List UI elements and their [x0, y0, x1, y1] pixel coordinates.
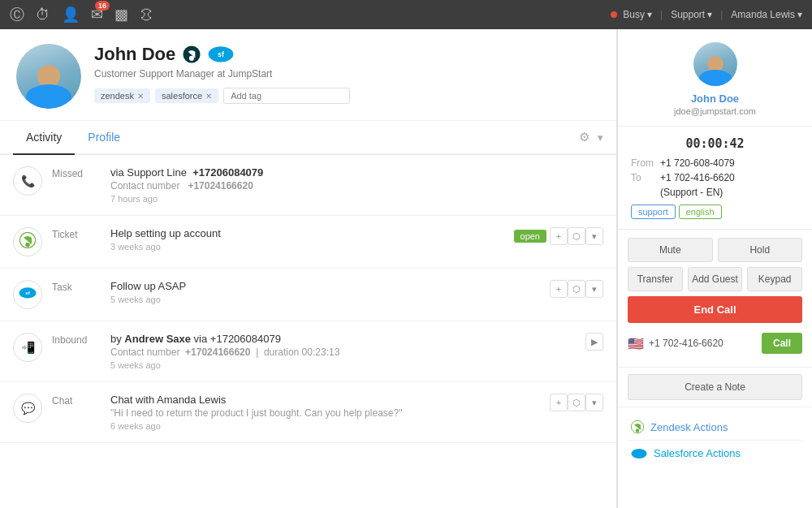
- chevron-action-btn[interactable]: ▾: [585, 394, 603, 411]
- mail-badge: 16: [95, 1, 110, 11]
- profile-name: John Doe: [94, 44, 175, 65]
- add-tag-input[interactable]: [223, 88, 350, 104]
- tag-zendesk-remove[interactable]: ✕: [137, 92, 144, 101]
- activity-actions: + ⬡ ▾: [550, 394, 603, 411]
- mail-icon[interactable]: ✉ 16: [91, 6, 103, 24]
- list-item: 💬 Chat Chat with Amanda Lewis "Hi I need…: [0, 382, 616, 443]
- zendesk-actions-item[interactable]: Zendesk Actions: [628, 414, 802, 441]
- zendesk-crm-icon[interactable]: [182, 45, 201, 64]
- tag-salesforce-label: salesforce: [162, 91, 202, 101]
- tag-zendesk-label: zendesk: [101, 91, 134, 101]
- activity-content: via Support Line +17206084079 Contact nu…: [110, 166, 603, 204]
- svg-point-5: [25, 243, 30, 248]
- keypad-button[interactable]: Keypad: [747, 267, 802, 291]
- activity-time: 6 weeks ago: [110, 421, 540, 431]
- activity-inbound-icon: 📲: [13, 333, 42, 362]
- list-item: 📞 Missed via Support Line +17206084079 C…: [0, 155, 616, 216]
- call-tag-support: support: [631, 204, 676, 219]
- action-buttons: + ⬡ ▾: [550, 280, 603, 298]
- add-action-btn[interactable]: +: [550, 280, 568, 298]
- call-number-row: 🇺🇸 +1 702-416-6620 Call: [628, 328, 802, 359]
- activity-time: 5 weeks ago: [110, 360, 576, 370]
- salesforce-logo-icon: sf: [208, 45, 234, 63]
- activity-actions: open + ⬡ ▾: [514, 227, 603, 245]
- svg-text:sf: sf: [218, 50, 224, 58]
- location-icon[interactable]: ⛻: [140, 6, 154, 24]
- profile-info: John Doe sf C: [94, 44, 600, 104]
- chevron-down-icon[interactable]: ▾: [598, 131, 603, 144]
- activity-type-label: Task: [52, 280, 101, 293]
- activity-list: 📞 Missed via Support Line +17206084079 C…: [0, 155, 616, 443]
- list-item: Ticket Help setting up account 3 weeks a…: [0, 216, 616, 269]
- ticket-icon: [19, 232, 36, 252]
- arrow-action-btn[interactable]: ▶: [585, 333, 603, 351]
- tab-activity[interactable]: Activity: [13, 121, 75, 155]
- tag-salesforce-remove[interactable]: ✕: [205, 92, 212, 101]
- mute-button[interactable]: Mute: [628, 238, 713, 262]
- home-icon[interactable]: Ⓒ: [10, 5, 24, 24]
- user-label: Amanda Lewis: [731, 9, 795, 20]
- activity-time: 7 hours ago: [110, 194, 603, 204]
- right-actions: Create a Note: [618, 368, 812, 407]
- link-action-btn[interactable]: ⬡: [568, 394, 585, 411]
- tabs-left: Activity Profile: [13, 121, 133, 153]
- profile-header: John Doe sf C: [0, 29, 616, 121]
- salesforce-actions-icon: [631, 448, 647, 459]
- tags-row: zendesk ✕ salesforce ✕: [94, 88, 600, 104]
- tab-profile[interactable]: Profile: [75, 121, 133, 155]
- chevron-action-btn[interactable]: ▾: [585, 227, 603, 245]
- status-label: Busy: [623, 9, 645, 20]
- phone-inbound-icon: 📲: [21, 341, 35, 354]
- salesforce-cloud-icon: sf: [19, 286, 37, 300]
- call-from-row: From +1 720-608-4079: [631, 157, 799, 169]
- avatar-body: [26, 84, 71, 109]
- add-action-btn[interactable]: +: [550, 227, 568, 245]
- activity-content: Help setting up account 3 weeks ago: [110, 227, 504, 252]
- status-dropdown[interactable]: Busy ▾: [611, 9, 652, 20]
- svg-point-9: [636, 428, 639, 432]
- right-profile: John Doe jdoe@jumpstart.com: [618, 29, 812, 127]
- call-tags: support english: [631, 204, 799, 219]
- end-call-button[interactable]: End Call: [628, 296, 802, 323]
- activity-type-label: Ticket: [52, 227, 101, 240]
- create-note-button[interactable]: Create a Note: [628, 374, 802, 400]
- crm-actions: Zendesk Actions Salesforce Actions: [618, 407, 812, 472]
- link-action-btn[interactable]: ⬡: [568, 280, 585, 298]
- settings-icon[interactable]: ⚙: [579, 130, 590, 144]
- activity-content: by Andrew Saxe via +17206084079 Contact …: [110, 333, 576, 370]
- salesforce-crm-icon[interactable]: sf: [208, 45, 234, 63]
- hold-button[interactable]: Hold: [718, 238, 803, 262]
- clock-icon[interactable]: ⏱: [36, 6, 50, 24]
- activity-missed-icon: 📞: [13, 166, 42, 196]
- activity-title: by Andrew Saxe via +17206084079: [110, 333, 576, 345]
- user-dropdown[interactable]: Amanda Lewis ▾: [731, 9, 802, 20]
- chevron-action-btn[interactable]: ▾: [585, 280, 603, 298]
- btn-row-1: Mute Hold: [628, 238, 802, 262]
- left-panel: John Doe sf C: [0, 29, 617, 508]
- right-profile-email: jdoe@jumpstart.com: [674, 106, 756, 116]
- from-label: From: [631, 157, 660, 169]
- salesforce-actions-item[interactable]: Salesforce Actions: [628, 441, 802, 466]
- action-buttons: + ⬡ ▾: [550, 227, 603, 245]
- action-buttons: + ⬡ ▾: [550, 394, 603, 411]
- transfer-button[interactable]: Transfer: [628, 267, 683, 291]
- add-action-btn[interactable]: +: [550, 394, 568, 411]
- svg-point-10: [631, 448, 646, 458]
- separator: |: [660, 9, 663, 20]
- activity-meta: "Hi I need to return the product I just …: [110, 407, 540, 419]
- person-icon[interactable]: 👤: [62, 6, 80, 24]
- status-indicator: [611, 11, 617, 18]
- activity-meta: Contact number +17024166620 | duration 0…: [110, 347, 576, 358]
- chart-icon[interactable]: ▩: [114, 6, 128, 24]
- tabs-bar: Activity Profile ⚙ ▾: [0, 121, 616, 155]
- tag-salesforce: salesforce ✕: [155, 88, 218, 103]
- zendesk-icon: [631, 420, 644, 433]
- call-button[interactable]: Call: [762, 333, 802, 354]
- right-profile-name[interactable]: John Doe: [691, 93, 739, 105]
- add-guest-button[interactable]: Add Guest: [688, 267, 743, 291]
- link-action-btn[interactable]: ⬡: [568, 227, 585, 245]
- support-dropdown[interactable]: Support ▾: [671, 9, 712, 20]
- activity-chat-icon: 💬: [13, 394, 42, 423]
- list-item: sf Task Follow up ASAP 5 weeks ago + ⬡ ▾: [0, 269, 616, 321]
- call-controls: Mute Hold Transfer Add Guest Keypad End …: [618, 230, 812, 368]
